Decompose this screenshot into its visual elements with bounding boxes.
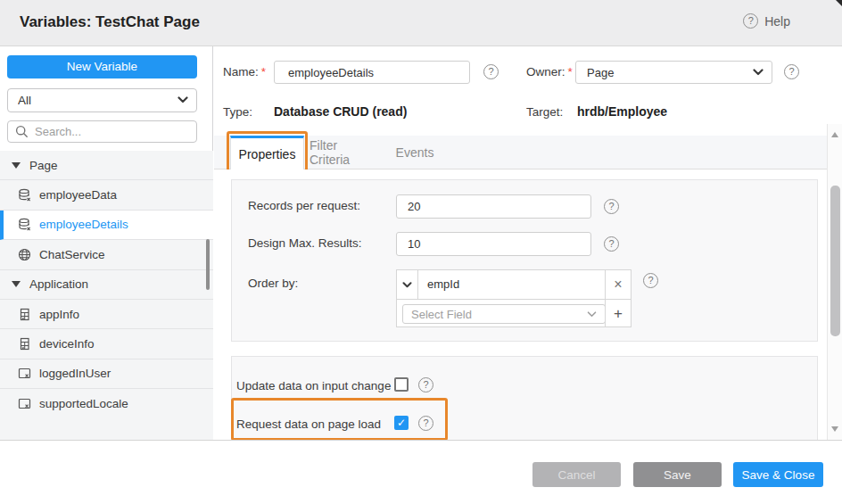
required-marker: * (568, 65, 573, 78)
item-label: employeeData (39, 188, 117, 202)
update-on-input-label: Update data on input change (236, 379, 391, 392)
save-close-button[interactable]: Save & Close (733, 462, 823, 487)
save-button[interactable]: Save (633, 462, 722, 487)
name-input[interactable] (274, 61, 470, 84)
request-on-load-checkbox[interactable]: ✓ (394, 416, 409, 430)
order-by-help-icon[interactable]: ? (643, 273, 658, 288)
order-direction-button[interactable] (397, 270, 418, 299)
name-label: Name:* (223, 65, 266, 78)
request-on-load-label: Request data on page load (236, 417, 381, 431)
checkmark-icon: ✓ (397, 417, 406, 428)
required-marker: * (261, 65, 266, 78)
vertical-scrollbar[interactable] (827, 124, 842, 440)
owner-help-icon[interactable]: ? (784, 64, 799, 79)
variables-sidebar: New Variable All Page employeeData emplo… (0, 46, 213, 440)
sidebar-item-employeedetails-selected[interactable]: employeeDetails (0, 211, 213, 240)
database-icon (18, 218, 31, 231)
variable-filter-select-wrap: All (7, 88, 197, 112)
chevron-down-icon (402, 282, 412, 288)
app-grid-icon (18, 337, 31, 351)
scroll-up-arrow-icon[interactable] (831, 132, 838, 137)
variables-list: Page employeeData employeeDetails ChatSe… (0, 151, 213, 419)
sidebar-item-supportedlocale[interactable]: supportedLocale (0, 389, 213, 418)
sidebar-item-employeedata[interactable]: employeeData (0, 180, 213, 210)
group-label: Application (29, 277, 88, 291)
dialog-header: Variables: TestChat Page ? Help (0, 0, 842, 46)
help-button[interactable]: ? Help (743, 13, 790, 29)
sidebar-item-loggedinuser[interactable]: loggedInUser (0, 359, 213, 389)
group-label: Page (29, 159, 58, 172)
select-field-dropdown[interactable]: Select Field (402, 304, 606, 324)
app-grid-icon (18, 308, 31, 321)
scrollbar-thumb[interactable] (830, 186, 840, 336)
item-label: employeeDetails (39, 218, 128, 231)
add-icon: + (614, 305, 623, 323)
properties-content: Records per request: ? Design Max. Resul… (214, 169, 826, 440)
type-value: Database CRUD (read) (274, 104, 407, 119)
search-input[interactable] (7, 120, 197, 143)
page-title: Variables: TestChat Page (20, 13, 200, 31)
search-icon (15, 125, 29, 138)
collapse-triangle-icon (12, 281, 21, 287)
sidebar-scrollbar-thumb[interactable] (206, 239, 210, 290)
order-by-label: Order by: (248, 277, 298, 290)
select-field-placeholder: Select Field (411, 308, 587, 321)
new-variable-button[interactable]: New Variable (7, 55, 197, 78)
owner-label-text: Owner: (526, 65, 565, 78)
request-on-load-help-icon[interactable]: ? (418, 416, 433, 431)
add-order-field-row: Select Field + (397, 300, 631, 327)
main-panel: Name:* ? Owner:* Page ? Type: Database C… (214, 46, 842, 440)
update-on-input-checkbox[interactable]: ✓ (394, 377, 409, 392)
chevron-down-icon (587, 311, 597, 318)
tab-filter-criteria[interactable]: Filter Criteria (310, 136, 381, 169)
cancel-button[interactable]: Cancel (532, 462, 621, 487)
sidebar-item-deviceinfo[interactable]: deviceInfo (0, 329, 213, 359)
target-label: Target: (526, 105, 563, 119)
sidebar-group-application[interactable]: Application (0, 270, 213, 300)
order-by-field-value: empId (427, 277, 459, 291)
search-box (7, 120, 197, 143)
sidebar-group-page[interactable]: Page (0, 151, 213, 180)
design-max-results-input[interactable] (396, 232, 591, 256)
request-settings-panel: Records per request: ? Design Max. Resul… (231, 179, 818, 342)
globe-icon (18, 248, 31, 261)
database-icon (18, 188, 31, 202)
item-label: ChatService (39, 248, 105, 261)
design-max-results-label: Design Max. Results: (248, 236, 362, 250)
target-value: hrdb/Employee (577, 104, 667, 119)
sidebar-filler (0, 418, 213, 440)
owner-select-wrap: Page (575, 61, 772, 84)
tab-bar: Properties Filter Criteria Events (214, 136, 842, 169)
remove-order-field-button[interactable]: × (605, 270, 631, 299)
help-label: Help (764, 14, 790, 29)
order-by-control: empId × Select Field + (396, 269, 632, 327)
scroll-down-arrow-icon[interactable] (831, 426, 838, 432)
owner-select[interactable]: Page (575, 61, 772, 84)
document-x-icon (18, 367, 31, 380)
sidebar-item-appinfo[interactable]: appInfo (0, 300, 213, 329)
update-on-input-help-icon[interactable]: ? (418, 377, 433, 392)
owner-label: Owner:* (526, 65, 573, 78)
type-label: Type: (223, 105, 252, 119)
records-help-icon[interactable]: ? (604, 199, 619, 214)
variable-filter-select[interactable]: All (7, 88, 197, 112)
item-label: loggedInUser (39, 367, 111, 380)
name-help-icon[interactable]: ? (483, 64, 499, 79)
tab-events[interactable]: Events (394, 136, 435, 169)
design-max-help-icon[interactable]: ? (604, 236, 619, 252)
sidebar-item-chatservice[interactable]: ChatService (0, 240, 213, 269)
remove-icon: × (614, 277, 622, 293)
order-by-row: empId × (397, 270, 631, 300)
corner-artifact (836, 0, 842, 12)
item-label: deviceInfo (39, 337, 95, 351)
item-label: appInfo (39, 308, 79, 321)
document-x-icon (18, 397, 31, 410)
tab-properties[interactable]: Properties (230, 136, 304, 169)
collapse-triangle-icon (12, 162, 21, 169)
dialog-footer: Cancel Save Save & Close (0, 440, 842, 504)
help-icon: ? (743, 13, 758, 29)
variables-dialog: Variables: TestChat Page ? Help New Vari… (0, 0, 842, 504)
add-order-field-button[interactable]: + (605, 300, 631, 327)
records-per-request-input[interactable] (396, 194, 591, 219)
name-label-text: Name: (223, 65, 259, 78)
